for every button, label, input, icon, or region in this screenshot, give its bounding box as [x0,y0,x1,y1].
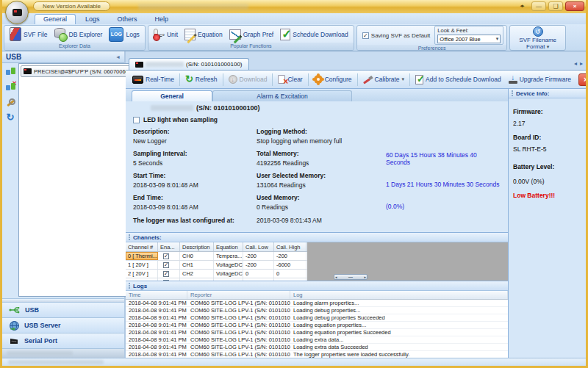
saving-svf-checkbox[interactable]: ✓ Saving SVF as Default [360,32,432,40]
minimize-button[interactable]: — [531,1,546,11]
channel-enabled-checkbox[interactable]: ✓ [158,252,180,260]
channel-cell-name[interactable]: 1 [ 20V ] [126,261,158,269]
column-header-log[interactable]: Log [290,291,508,299]
look-and-feel-select[interactable]: Office 2007 Blue ▾ [437,35,501,43]
clear-button[interactable]: Clear [274,73,306,85]
ribbon-tab-help[interactable]: Help [147,15,177,24]
scroll-right-icon[interactable]: ▸ [364,275,366,279]
tab-general[interactable]: General [132,90,212,101]
log-row[interactable]: 2018-04-08 9:01:41 PMCOM60 SITE-LOG LPV-… [126,300,508,307]
channel-cell-cali-low[interactable]: 0 [243,270,274,278]
column-header-channel[interactable]: Channel # [126,242,158,251]
ribbon-tab-general[interactable]: General [35,14,76,24]
channel-enabled-checkbox[interactable]: ✓ [158,270,180,278]
log-row[interactable]: 2018-04-08 9:01:41 PMCOM60 SITE-LOG LPV-… [126,314,508,322]
column-header-equation[interactable]: Equation [214,242,243,251]
ribbon: SVF File DB Explorer LOG Logs Explorer D… [2,24,586,51]
device-info-panel: Device Info: Firmware: 2.17 Board ID: SL… [508,89,586,358]
close-document-button[interactable]: × [578,73,588,86]
ribbon-tab-logs[interactable]: Logs [77,15,108,24]
quick-access-arrows-icon[interactable]: ◂▸ [514,1,529,11]
channel-cell-description[interactable]: CH0 [180,252,214,260]
channel-row[interactable]: 0 [ Thermi...✓CH0Tempera...-200-200 [126,252,307,261]
log-message: Loading equation properties Succeeded [290,329,508,336]
scroll-right-icon[interactable]: ▸ [580,60,583,67]
equation-button[interactable]: Equation [182,28,225,41]
ribbon-tab-others[interactable]: Others [110,15,146,24]
column-header-cali-high[interactable]: Cali. High [274,242,306,251]
column-header-cali-low[interactable]: Cali. Low [243,242,274,251]
log-row[interactable]: 2018-04-08 9:01:41 PMCOM60 SITE-LOG LPV-… [126,336,508,344]
channel-cell-equation[interactable]: VoltageDC [214,261,243,269]
svf-filename-format-button[interactable]: ↺ SVF Filename Format ▾ [513,26,562,51]
refresh-button[interactable]: ↻ Refresh [182,73,221,85]
graph-pref-button[interactable]: Graph Pref [227,29,276,40]
column-header-description[interactable]: Description [180,242,214,251]
channel-cell-name[interactable]: 0 [ Thermi... [126,252,158,260]
channel-cell-description[interactable]: CH3 [180,278,214,281]
horizontal-scrollbar[interactable]: ◂╍╍▸ [334,274,368,280]
app-menu-button[interactable] [5,1,29,24]
channel-row[interactable]: 1 [ 20V ]✓CH1VoltageDC-200-6000 [126,261,307,270]
scroll-left-icon[interactable]: ◂ [574,60,577,67]
disconnect-device-icon[interactable]: × [6,82,15,92]
log-row[interactable]: 2018-04-08 9:01:41 PMCOM60 SITE-LOG LPV-… [126,329,508,336]
configure-button[interactable]: Configure [310,73,356,85]
new-version-button[interactable]: New Version Available [33,1,110,11]
channel-cell-cali-high[interactable]: 0 [274,278,306,281]
channels-panel: Channels: Channel # Ena... Description E… [126,232,508,281]
column-header-reporter[interactable]: Reporter [187,291,290,299]
channel-cell-equation[interactable]: Tempera... [214,252,243,260]
channel-cell-equation[interactable]: VoltageDC [214,278,243,281]
redacted-text [8,360,104,364]
toolbar-separator [409,73,410,86]
tab-alarm-excitation[interactable]: Alarm & Excitation [212,90,352,101]
upgrade-firmware-button[interactable]: ↓ Upgrade Firmware [505,73,575,85]
document-tab[interactable]: (S/N: 010101000100) [129,58,249,70]
maximize-button[interactable]: ❑ [548,1,563,11]
channel-cell-cali-high[interactable]: -200 [274,252,306,260]
led-checkbox[interactable] [133,117,140,123]
db-explorer-button[interactable]: DB Explorer [52,27,105,42]
nav-item-usb[interactable]: USB [2,302,124,317]
close-button[interactable]: × [565,1,584,11]
add-to-schedule-download-button[interactable]: Add to Schedule Download [412,73,505,86]
scroll-left-icon[interactable]: ◂ [335,275,337,279]
channel-cell-cali-low[interactable]: -200 [243,261,274,269]
channel-cell-cali-high[interactable]: 0 [274,270,306,278]
svf-file-button[interactable]: SVF File [7,26,50,42]
column-header-enabled[interactable]: Ena... [158,242,180,251]
channel-cell-description[interactable]: CH2 [180,270,214,278]
unit-button[interactable]: F° Unit [151,28,180,40]
channel-cell-name[interactable]: 2 [ 20V ] [126,270,158,278]
channel-row[interactable]: 3 [ 20V ]✓CH3VoltageDC00 [126,278,307,281]
log-row[interactable]: 2018-04-08 9:01:41 PMCOM60 SITE-LOG LPV-… [126,307,508,314]
channel-enabled-checkbox[interactable]: ✓ [158,278,180,281]
schedule-download-button[interactable]: Schedule Download [278,28,351,41]
refresh-devices-icon[interactable]: ↻ [7,113,15,122]
log-row[interactable]: 2018-04-08 9:01:41 PMCOM60 SITE-LOG LPV-… [126,322,508,329]
nav-item-serial-port[interactable]: Serial Port [2,333,124,348]
channel-cell-description[interactable]: CH1 [180,261,214,269]
tools-icon[interactable] [6,98,15,107]
column-header-time[interactable]: Time [126,291,187,299]
toolbar-separator [357,73,358,86]
logs-button[interactable]: LOG Logs [107,26,141,43]
channel-cell-cali-high[interactable]: -6000 [274,261,306,269]
real-time-button[interactable]: Real-Time [129,74,178,85]
log-row[interactable]: 2018-04-08 9:01:41 PMCOM60 SITE-LOG LPV-… [126,344,508,351]
channel-cell-cali-low[interactable]: -200 [243,252,274,260]
channel-cell-equation[interactable]: VoltageDC [214,270,243,278]
download-button[interactable]: ↓ Download [225,73,271,85]
nav-item-usb-server[interactable]: USB Server [2,317,124,333]
channel-cell-cali-low[interactable]: 0 [243,278,274,281]
collapse-panel-icon[interactable]: ◄ [115,54,121,59]
channel-cell-name[interactable]: 3 [ 20V ] [126,278,158,281]
channel-row[interactable]: 2 [ 20V ]✓CH2VoltageDC00 [126,270,307,278]
channel-enabled-checkbox[interactable]: ✓ [158,261,180,269]
log-row[interactable]: 2018-04-08 9:01:41 PMCOM60 SITE-LOG LPV-… [126,351,508,358]
user-memory-duration: 1 Days 21 Hours 30 Minutes 30 Seconds [386,181,501,189]
led-checkbox-row[interactable]: LED light when sampling [133,116,501,123]
connect-device-icon[interactable] [6,67,15,76]
calibrate-button[interactable]: Calibrate ▾ [359,73,409,86]
